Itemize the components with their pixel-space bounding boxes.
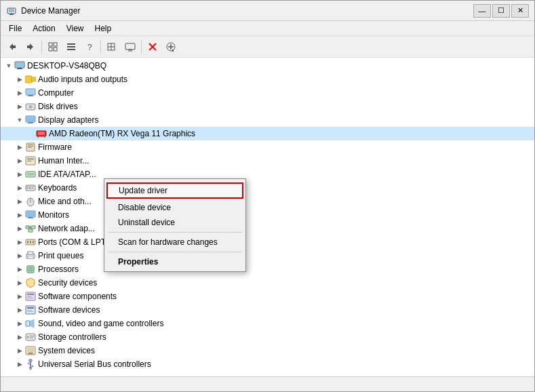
svg-rect-40 [28,122,33,123]
tree-network[interactable]: ▶ Network adap... [1,222,534,235]
software-dev-expander[interactable]: ▶ [14,305,25,315]
tree-audio[interactable]: ▶ Audio inputs and outputs [1,73,534,86]
tree-sound[interactable]: ▶ Sound, video and game controllers [1,317,534,330]
display-expander[interactable]: ▼ [14,115,25,125]
svg-rect-8 [49,47,52,51]
toolbar-sep3 [141,40,142,54]
tree-keyboards[interactable]: ▶ Keyboards [1,181,534,195]
close-button[interactable]: ✕ [511,4,529,18]
network-label: Network adap... [38,224,95,233]
tree-ports[interactable]: ▶ Ports (COM & LPT) [1,235,534,249]
ctx-scan-hardware[interactable]: Scan for hardware changes [104,235,245,250]
system-icon [25,345,36,356]
tree-print[interactable]: ▶ Print queues [1,249,534,262]
svg-rect-59 [31,187,32,187]
toolbar-sep2 [100,40,101,54]
keyboards-expander[interactable]: ▶ [14,182,25,193]
tree-root[interactable]: ▼ DESKTOP-VS48QBQ [1,59,534,73]
menu-help[interactable]: Help [90,22,117,35]
ide-expander[interactable]: ▶ [14,169,25,180]
forward-button[interactable] [22,38,39,56]
svg-rect-107 [27,348,34,353]
ctx-update-driver-label: Update driver [119,186,167,195]
toolbar-list[interactable] [103,38,121,56]
tree-disk[interactable]: ▶ Disk drives [1,100,534,113]
svg-rect-63 [32,188,33,189]
ctx-disable-label: Disable device [118,203,171,212]
tree-gpu[interactable]: ▶ AMD Radeon(TM) RX Vega 11 Graphics [1,127,534,140]
tree-security[interactable]: ▶ Security devices [1,276,534,290]
tree-usb[interactable]: ▶ Universal Serial Bus controllers [1,357,534,371]
software-dev-icon [25,305,36,315]
toolbar-help[interactable]: ? [81,38,98,56]
tree-human[interactable]: ▶ Human Inter... [1,154,534,168]
software-comp-expander[interactable]: ▶ [14,291,25,302]
sound-expander[interactable]: ▶ [14,318,25,329]
svg-rect-47 [28,144,33,145]
svg-rect-49 [28,147,31,148]
svg-rect-55 [27,173,34,176]
ctx-properties[interactable]: Properties [104,254,245,269]
svg-rect-1 [9,9,14,12]
device-manager-window: Device Manager — ☐ ✕ File Action View He… [0,0,535,392]
ports-expander[interactable]: ▶ [14,237,25,248]
tree-system[interactable]: ▶ System devices [1,344,534,357]
human-expander[interactable]: ▶ [14,155,25,166]
ide-label: IDE ATA/ATAP... [38,170,96,179]
ctx-update-driver[interactable]: Update driver [106,182,243,199]
toolbar-grid1[interactable] [44,38,62,56]
svg-rect-34 [28,96,33,96]
tree-display[interactable]: ▼ Display adapters [1,113,534,127]
toolbar-grid2[interactable] [62,38,80,56]
tree-software-comp[interactable]: ▶ Software components [1,290,534,303]
device-tree[interactable]: ▼ DESKTOP-VS48QBQ ▶ Audio inputs [1,58,534,376]
computer-expander[interactable]: ▶ [14,87,25,98]
firmware-expander[interactable]: ▶ [14,142,25,153]
tree-monitors[interactable]: ▶ Monitors [1,208,534,222]
menu-view[interactable]: View [61,22,90,35]
disk-expander[interactable]: ▶ [14,101,25,112]
svg-marker-4 [9,43,16,50]
tree-software-dev[interactable]: ▶ Software devices [1,303,534,317]
system-expander[interactable]: ▶ [14,345,25,356]
svg-rect-69 [28,218,33,218]
computer-icon [14,60,25,71]
print-expander[interactable]: ▶ [14,250,25,261]
back-button[interactable] [3,38,21,56]
tree-firmware[interactable]: ▶ Firmware [1,140,534,154]
ctx-disable-device[interactable]: Disable device [104,200,245,215]
tree-storage[interactable]: ▶ Storage controllers [1,330,534,344]
network-expander[interactable]: ▶ [14,223,25,234]
storage-expander[interactable]: ▶ [14,332,25,342]
root-expander[interactable]: ▼ [3,60,14,71]
svg-rect-6 [49,43,52,46]
tree-ide[interactable]: ▶ IDE ATA/ATAP... [1,168,534,181]
toolbar-add[interactable] [162,38,180,56]
svg-rect-44 [37,136,39,138]
svg-rect-27 [18,68,22,68]
processors-icon [25,264,36,275]
usb-expander[interactable]: ▶ [14,359,25,370]
tree-computer[interactable]: ▶ Computer [1,86,534,100]
sound-icon [25,318,36,329]
menu-file[interactable]: File [3,22,27,35]
maximize-button[interactable]: ☐ [492,4,510,18]
tree-mice[interactable]: ▶ Mice and oth... [1,195,534,208]
mice-expander[interactable]: ▶ [14,196,25,207]
svg-rect-71 [31,226,35,229]
processors-expander[interactable]: ▶ [14,264,25,275]
tree-processors[interactable]: ▶ Processors [1,262,534,276]
menu-bar: File Action View Help [1,21,534,36]
svg-rect-32 [26,90,35,94]
storage-label: Storage controllers [38,332,106,342]
status-bar [1,376,534,391]
toolbar-remove[interactable] [144,38,161,56]
security-expander[interactable]: ▶ [14,277,25,288]
minimize-button[interactable]: — [473,4,491,18]
audio-expander[interactable]: ▶ [14,74,25,85]
menu-action[interactable]: Action [27,22,60,35]
monitors-expander[interactable]: ▶ [14,210,25,220]
ctx-uninstall-device[interactable]: Uninstall device [104,215,245,230]
toolbar-computer[interactable] [121,38,139,56]
ctx-sep1 [108,232,242,233]
